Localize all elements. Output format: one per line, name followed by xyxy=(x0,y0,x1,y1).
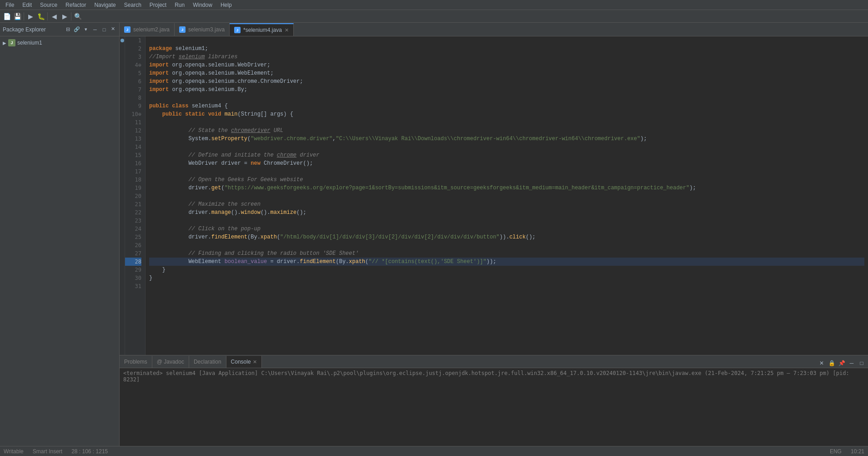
ln-31: 31 xyxy=(125,282,141,290)
menu-project[interactable]: Project xyxy=(146,1,170,9)
menu-bar: File Edit Source Refactor Navigate Searc… xyxy=(0,0,868,10)
clear-console-btn[interactable]: ✕ xyxy=(817,359,826,368)
search-toolbar-btn[interactable]: 🔍 xyxy=(73,11,83,21)
separator-3 xyxy=(71,12,71,20)
ln-4: 4⊕ xyxy=(125,61,141,69)
package-explorer-header: Package Explorer ⊟ 🔗 ▾ ─ □ ✕ xyxy=(0,23,119,36)
status-bar: Writable Smart Insert 28 : 106 : 1215 EN… xyxy=(0,446,868,456)
bottom-panel: Problems @ Javadoc Declaration Console ✕… xyxy=(120,355,868,446)
status-time: 10:21 xyxy=(851,448,864,455)
ln-19: 19 xyxy=(125,184,141,192)
code-line-12: // State the chromedriver URL xyxy=(149,127,864,135)
code-line-11 xyxy=(149,118,864,127)
tab-selenium4[interactable]: J *selenium4.java ✕ xyxy=(230,23,294,36)
code-line-22: driver.manage().window().maximize(); xyxy=(149,208,864,217)
close-panel-btn[interactable]: ✕ xyxy=(109,25,116,33)
tab-selenium3[interactable]: J selenium3.java xyxy=(175,23,230,36)
tab-declaration-label: Declaration xyxy=(194,359,221,365)
menu-edit[interactable]: Edit xyxy=(19,1,35,9)
separator-2 xyxy=(47,12,48,20)
maximize-bottom-btn[interactable]: □ xyxy=(857,359,866,368)
tab-label-selenium4: *selenium4.java xyxy=(243,27,282,33)
collapse-btn[interactable]: ⊟ xyxy=(64,25,72,34)
ln-26: 26 xyxy=(125,241,141,249)
code-line-1 xyxy=(149,36,864,45)
menu-file[interactable]: File xyxy=(2,1,18,9)
minimize-bottom-btn[interactable]: ─ xyxy=(847,359,856,368)
menu-refactor[interactable]: Refactor xyxy=(62,1,90,9)
tab-declaration[interactable]: Declaration xyxy=(189,356,226,368)
marker-28 xyxy=(120,36,125,45)
ln-21: 21 xyxy=(125,200,141,208)
menu-source[interactable]: Source xyxy=(36,1,61,9)
scroll-lock-btn[interactable]: 🔒 xyxy=(827,359,836,368)
tab-label-selenium3: selenium3.java xyxy=(188,26,225,33)
tab-selenium2[interactable]: J selenium2.java xyxy=(120,23,175,36)
ln-6: 6 xyxy=(125,77,141,86)
status-language: ENG xyxy=(830,448,842,455)
ln-25: 25 xyxy=(125,233,141,241)
code-line-2: package selenium1; xyxy=(149,45,864,53)
code-line-14 xyxy=(149,143,864,151)
menu-navigate[interactable]: Navigate xyxy=(90,1,119,9)
code-line-9: public class selenium4 { xyxy=(149,102,864,110)
time-label: 10:21 xyxy=(851,448,864,455)
code-line-31 xyxy=(149,282,864,290)
ln-23: 23 xyxy=(125,217,141,225)
tab-console-label: Console xyxy=(231,359,251,365)
ln-24: 24 xyxy=(125,225,141,233)
tab-icon-selenium2: J xyxy=(124,26,130,33)
code-line-21: // Maximize the screen xyxy=(149,200,864,208)
code-line-15: // Define and initiate the chrome driver xyxy=(149,151,864,159)
ln-2: 2 xyxy=(125,45,141,53)
run-btn[interactable]: ▶ xyxy=(25,11,35,21)
code-line-19: driver.get("https://www.geeksforgeeks.or… xyxy=(149,184,864,192)
tab-icon-selenium3: J xyxy=(179,26,186,33)
code-line-4: import org.openqa.selenium.WebDriver; xyxy=(149,61,864,69)
link-btn[interactable]: 🔗 xyxy=(73,25,81,34)
ln-16: 16 xyxy=(125,159,141,167)
menu-run[interactable]: Run xyxy=(171,1,188,9)
tab-problems-label: Problems xyxy=(124,359,147,365)
code-line-29: } xyxy=(149,266,864,274)
ln-30: 30 xyxy=(125,274,141,282)
insert-mode-label: Smart Insert xyxy=(33,448,62,455)
ln-18: 18 xyxy=(125,176,141,184)
project-item[interactable]: ▶ J selenium1 xyxy=(0,38,119,47)
menu-help[interactable]: Help xyxy=(217,1,236,9)
code-editor[interactable]: 1 2 3 4⊕ 5 6 7 8 9 10⊕ 11 12 13 14 15 16… xyxy=(120,36,868,355)
code-line-17 xyxy=(149,167,864,176)
ln-12: 12 xyxy=(125,127,141,135)
code-line-23 xyxy=(149,217,864,225)
menu-search[interactable]: Search xyxy=(120,1,145,9)
code-line-25: driver.findElement(By.xpath("/html/body/… xyxy=(149,233,864,241)
panel-menu-btn[interactable]: ▾ xyxy=(82,25,90,34)
back-btn[interactable]: ◀ xyxy=(49,11,59,21)
tab-close-selenium4[interactable]: ✕ xyxy=(285,27,289,33)
save-btn[interactable]: 💾 xyxy=(12,11,22,21)
tab-problems[interactable]: Problems xyxy=(120,356,152,368)
new-btn[interactable]: 📄 xyxy=(2,11,12,21)
tab-console[interactable]: Console ✕ xyxy=(226,356,262,368)
tab-console-close[interactable]: ✕ xyxy=(253,359,257,365)
menu-window[interactable]: Window xyxy=(189,1,216,9)
code-content[interactable]: package selenium1; //Import selenium lib… xyxy=(146,36,868,355)
position-label: 28 : 106 : 1215 xyxy=(71,448,108,455)
debug-btn[interactable]: 🐛 xyxy=(36,11,46,21)
maximize-btn[interactable]: □ xyxy=(100,25,108,34)
ln-14: 14 xyxy=(125,143,141,151)
code-line-27: // Finding and clicking the radio button… xyxy=(149,249,864,258)
code-line-10: public static void main(String[] args) { xyxy=(149,110,864,118)
tree-expand-arrow: ▶ xyxy=(3,41,6,46)
ln-29: 29 xyxy=(125,266,141,274)
ln-3: 3 xyxy=(125,53,141,61)
tab-javadoc[interactable]: @ Javadoc xyxy=(152,356,189,368)
forward-btn[interactable]: ▶ xyxy=(60,11,70,21)
pin-btn[interactable]: 📌 xyxy=(837,359,846,368)
bottom-tab-actions: ✕ 🔒 📌 ─ □ xyxy=(815,359,868,368)
minimize-btn[interactable]: ─ xyxy=(91,25,99,34)
main-area: Package Explorer ⊟ 🔗 ▾ ─ □ ✕ ▶ J seleniu… xyxy=(0,23,868,446)
editor-area: J selenium2.java J selenium3.java J *sel… xyxy=(120,23,868,446)
console-output: <terminated> selenium4 [Java Application… xyxy=(120,368,868,446)
ln-9: 9 xyxy=(125,102,141,110)
